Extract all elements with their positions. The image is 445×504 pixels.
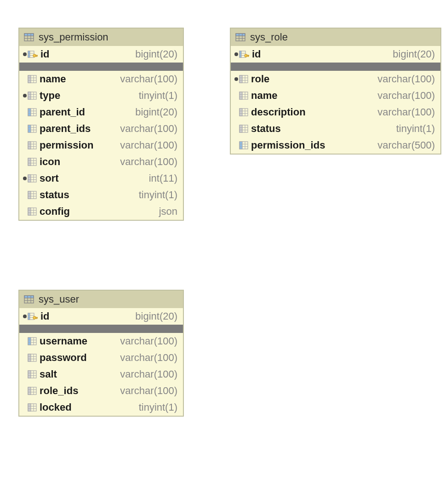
svg-rect-28 [28, 125, 31, 132]
column-icon [239, 125, 248, 133]
key-icon [239, 50, 249, 59]
column-name: status [251, 123, 281, 135]
column-type: int(11) [149, 172, 177, 184]
svg-rect-107 [28, 338, 31, 345]
column-type: varchar(100) [377, 73, 435, 85]
column-name: id [40, 48, 50, 60]
nullable-spacer [23, 160, 27, 164]
svg-rect-43 [28, 175, 31, 182]
column-icon [28, 387, 37, 395]
column-name: config [40, 206, 70, 218]
svg-rect-48 [28, 191, 31, 199]
column-name: parent_id [40, 106, 85, 118]
column-row: status tinyint(1) [19, 187, 183, 203]
column-type: bigint(20) [393, 48, 435, 60]
table-header: sys_role [231, 29, 440, 46]
column-name: permission_ids [251, 139, 325, 151]
column-name: description [251, 106, 306, 118]
column-row: permission_ids varchar(500) [231, 137, 440, 154]
column-type: json [159, 206, 177, 218]
table-sys-role: sys_role id bigint(20) role varchar(100)… [230, 28, 441, 155]
column-name: role_ids [40, 385, 78, 397]
column-type: varchar(100) [120, 156, 177, 168]
column-type: bigint(20) [135, 48, 177, 60]
svg-rect-1 [24, 34, 34, 36]
svg-rect-53 [28, 208, 31, 215]
column-icon [28, 158, 37, 166]
svg-rect-70 [240, 75, 242, 83]
nullable-spacer [23, 210, 27, 213]
svg-rect-95 [24, 296, 34, 298]
column-row: type tinyint(1) [19, 87, 183, 104]
table-header: sys_permission [19, 29, 183, 46]
column-row: role varchar(100) [231, 71, 440, 87]
svg-rect-33 [28, 142, 31, 149]
column-name: type [40, 90, 60, 102]
column-icon [239, 92, 248, 100]
column-icon [239, 108, 248, 116]
column-name: password [40, 352, 87, 364]
column-type: tinyint(1) [139, 401, 177, 413]
svg-rect-100 [28, 313, 30, 320]
column-name: id [252, 48, 261, 60]
nullable-spacer [23, 339, 27, 343]
not-null-dot [23, 94, 27, 97]
nullable-spacer [234, 143, 238, 147]
column-name: username [40, 335, 87, 347]
not-null-dot [23, 52, 27, 56]
column-icon [28, 174, 37, 183]
nullable-spacer [23, 143, 27, 147]
column-name: name [251, 90, 277, 102]
nullable-spacer [23, 372, 27, 376]
column-type: varchar(100) [120, 335, 177, 347]
nullable-spacer [23, 110, 27, 114]
section-divider [19, 63, 183, 71]
column-name: icon [40, 156, 60, 168]
svg-rect-38 [28, 158, 31, 166]
column-icon [28, 191, 37, 199]
svg-rect-18 [28, 92, 31, 99]
column-icon [239, 141, 248, 149]
column-icon [28, 141, 37, 149]
key-icon [28, 312, 38, 321]
nullable-spacer [23, 77, 27, 81]
svg-rect-75 [240, 92, 242, 99]
column-type: varchar(500) [377, 139, 435, 151]
nullable-spacer [234, 94, 238, 97]
section-divider [231, 63, 440, 71]
column-name: role [251, 73, 269, 85]
svg-rect-68 [248, 55, 249, 57]
column-type: varchar(100) [120, 352, 177, 364]
svg-rect-6 [28, 51, 30, 57]
column-row: sort int(11) [19, 170, 183, 187]
column-name: sort [40, 172, 59, 184]
column-icon [28, 370, 37, 378]
column-name: status [40, 189, 69, 201]
table-title: sys_role [250, 31, 288, 43]
key-icon [28, 50, 38, 59]
column-type: tinyint(1) [139, 90, 177, 102]
table-title: sys_permission [39, 31, 108, 43]
svg-rect-112 [28, 354, 31, 361]
svg-rect-11 [37, 55, 37, 57]
column-type: varchar(100) [377, 106, 435, 118]
column-icon [28, 354, 37, 362]
column-type: varchar(100) [377, 90, 435, 102]
nullable-spacer [23, 127, 27, 131]
svg-rect-122 [28, 387, 31, 395]
column-row: username varchar(100) [19, 333, 183, 349]
table-icon [235, 33, 245, 41]
table-icon [24, 295, 34, 304]
column-row: parent_id bigint(20) [19, 104, 183, 120]
svg-rect-23 [28, 109, 31, 116]
table-icon [24, 33, 34, 41]
table-sys-permission: sys_permission id bigint(20) name varcha… [18, 28, 184, 221]
nullable-spacer [23, 389, 27, 393]
primary-key-row: id bigint(20) [19, 308, 183, 325]
not-null-dot [234, 77, 238, 81]
column-icon [28, 337, 37, 345]
column-icon [28, 75, 37, 83]
nullable-spacer [234, 127, 238, 131]
svg-rect-127 [28, 404, 31, 411]
column-row: name varchar(100) [231, 87, 440, 104]
